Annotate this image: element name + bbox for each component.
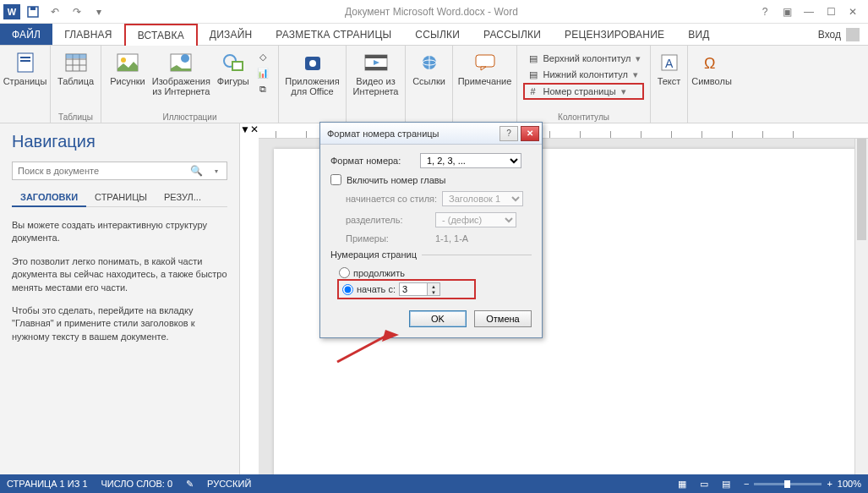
text-icon: A bbox=[658, 51, 681, 74]
include-chapter-label: Включить номер главы bbox=[347, 175, 446, 185]
header-icon: ▤ bbox=[527, 52, 540, 65]
tab-mailings[interactable]: РАССЫЛКИ bbox=[472, 24, 553, 45]
search-icon[interactable]: 🔍 bbox=[186, 165, 206, 177]
pages-icon bbox=[14, 51, 37, 74]
symbols-icon: Ω bbox=[700, 51, 723, 74]
shapes-icon bbox=[221, 51, 245, 74]
nav-tab-results[interactable]: РЕЗУЛ... bbox=[156, 189, 210, 206]
zoom-slider[interactable] bbox=[754, 483, 822, 485]
format-select[interactable]: 1, 2, 3, ... bbox=[420, 153, 521, 168]
online-pictures-button[interactable]: Изображения из Интернета bbox=[149, 47, 214, 98]
view-print-layout[interactable]: ▦ bbox=[678, 479, 686, 490]
view-read-mode[interactable]: ▭ bbox=[700, 479, 708, 490]
start-at-input[interactable] bbox=[400, 283, 427, 295]
status-proofing[interactable]: ✎ bbox=[186, 479, 194, 490]
text-button[interactable]: A Текст bbox=[651, 47, 688, 88]
video-icon bbox=[364, 51, 388, 74]
apps-button[interactable]: Приложения для Office bbox=[281, 47, 342, 98]
zoom-in[interactable]: + bbox=[827, 479, 832, 489]
login-label[interactable]: Вход bbox=[818, 29, 841, 41]
view-web-layout[interactable]: ▤ bbox=[722, 479, 730, 490]
avatar[interactable] bbox=[846, 28, 860, 41]
scrollbar-thumb[interactable] bbox=[857, 139, 866, 240]
nav-title: Навигация bbox=[12, 132, 227, 151]
nav-tab-headings[interactable]: ЗАГОЛОВКИ bbox=[12, 189, 86, 207]
pictures-icon bbox=[116, 51, 139, 74]
dialog-titlebar[interactable]: Формат номера страницы ? ✕ bbox=[320, 123, 542, 145]
spin-up[interactable]: ▲ bbox=[428, 283, 439, 289]
chart-button[interactable]: 📊 bbox=[253, 65, 273, 80]
tab-review[interactable]: РЕЦЕНЗИРОВАНИЕ bbox=[553, 24, 676, 45]
qat-customize[interactable]: ▾ bbox=[90, 3, 108, 21]
comment-icon bbox=[473, 51, 497, 74]
redo-button[interactable]: ↷ bbox=[68, 3, 86, 21]
svg-rect-2 bbox=[18, 53, 33, 72]
online-pictures-icon bbox=[169, 51, 193, 74]
dialog-help-button[interactable]: ? bbox=[500, 126, 518, 141]
header-button[interactable]: ▤Верхний колонтитул▾ bbox=[523, 51, 645, 66]
tab-insert[interactable]: ВСТАВКА bbox=[124, 24, 198, 46]
zoom-thumb[interactable] bbox=[784, 480, 790, 488]
tab-references[interactable]: ССЫЛКИ bbox=[403, 24, 472, 45]
tab-layout[interactable]: РАЗМЕТКА СТРАНИЦЫ bbox=[264, 24, 403, 45]
spin-down[interactable]: ▼ bbox=[428, 289, 439, 295]
vertical-scrollbar[interactable] bbox=[854, 139, 868, 474]
pictures-button[interactable]: Рисунки bbox=[106, 47, 149, 98]
ribbon: Страницы Таблица Таблицы Рисунки Изображ… bbox=[0, 46, 868, 123]
footer-button[interactable]: ▤Нижний колонтитул▾ bbox=[523, 67, 645, 82]
svg-text:Ω: Ω bbox=[704, 55, 715, 72]
page-number-icon: # bbox=[527, 85, 540, 98]
chapter-style-select: Заголовок 1 bbox=[442, 191, 523, 206]
help-button[interactable]: ? bbox=[755, 3, 775, 20]
pane-options[interactable]: ▼ bbox=[240, 123, 250, 474]
links-button[interactable]: Ссылки bbox=[409, 47, 449, 88]
comment-button[interactable]: Примечание bbox=[455, 47, 516, 88]
symbols-button[interactable]: Ω Символы bbox=[688, 47, 735, 88]
nav-body: Вы можете создать интерактивную структур… bbox=[12, 219, 227, 353]
quick-access-toolbar: W ↶ ↷ ▾ bbox=[0, 3, 108, 21]
undo-button[interactable]: ↶ bbox=[46, 3, 64, 21]
search-dropdown[interactable]: ▾ bbox=[206, 167, 227, 175]
cancel-button[interactable]: Отмена bbox=[474, 310, 532, 327]
svg-point-18 bbox=[309, 60, 316, 67]
start-at-radio[interactable] bbox=[342, 284, 353, 295]
tab-home[interactable]: ГЛАВНАЯ bbox=[52, 24, 123, 45]
zoom-out[interactable]: − bbox=[744, 479, 749, 489]
pane-close[interactable]: ✕ bbox=[250, 123, 259, 474]
tab-view[interactable]: ВИД bbox=[676, 24, 721, 45]
separator-select: - (дефис) bbox=[435, 212, 516, 227]
table-button[interactable]: Таблица bbox=[54, 47, 97, 88]
navigation-pane: Навигация 🔍 ▾ ЗАГОЛОВКИ СТРАНИЦЫ РЕЗУЛ..… bbox=[0, 123, 240, 474]
table-icon bbox=[64, 51, 88, 74]
tab-file[interactable]: ФАЙЛ bbox=[0, 24, 52, 45]
dialog-close-button[interactable]: ✕ bbox=[521, 126, 539, 141]
svg-rect-16 bbox=[232, 62, 243, 70]
close-button[interactable]: ✕ bbox=[843, 3, 863, 20]
tab-design[interactable]: ДИЗАЙН bbox=[198, 24, 265, 45]
screenshot-button[interactable]: ⧉ bbox=[253, 81, 273, 96]
status-page[interactable]: СТРАНИЦА 1 ИЗ 1 bbox=[7, 479, 88, 489]
titlebar: W ↶ ↷ ▾ Документ Microsoft Word.docx - W… bbox=[0, 0, 868, 24]
maximize-button[interactable]: ☐ bbox=[821, 3, 841, 20]
zoom-level[interactable]: 100% bbox=[838, 479, 861, 489]
ribbon-tabs: ФАЙЛ ГЛАВНАЯ ВСТАВКА ДИЗАЙН РАЗМЕТКА СТР… bbox=[0, 24, 868, 46]
search-input[interactable] bbox=[13, 162, 186, 179]
minimize-button[interactable]: — bbox=[799, 3, 819, 20]
continue-radio[interactable] bbox=[339, 267, 350, 278]
smartart-button[interactable]: ◇ bbox=[253, 49, 273, 64]
svg-point-14 bbox=[181, 54, 189, 63]
include-chapter-checkbox[interactable] bbox=[330, 174, 341, 185]
statusbar: СТРАНИЦА 1 ИЗ 1 ЧИСЛО СЛОВ: 0 ✎ РУССКИЙ … bbox=[0, 474, 868, 493]
status-words[interactable]: ЧИСЛО СЛОВ: 0 bbox=[101, 479, 173, 489]
nav-tab-pages[interactable]: СТРАНИЦЫ bbox=[86, 189, 156, 206]
shapes-button[interactable]: Фигуры bbox=[214, 47, 253, 98]
svg-rect-4 bbox=[20, 60, 30, 62]
video-button[interactable]: Видео из Интернета bbox=[350, 47, 402, 98]
start-at-spinner: ▲▼ bbox=[399, 282, 440, 296]
status-language[interactable]: РУССКИЙ bbox=[207, 479, 251, 489]
save-button[interactable] bbox=[24, 3, 42, 21]
page-number-button[interactable]: #Номер страницы▾ bbox=[523, 83, 645, 100]
ok-button[interactable]: OK bbox=[409, 310, 467, 327]
pages-button[interactable]: Страницы bbox=[0, 47, 50, 88]
ribbon-display-button[interactable]: ▣ bbox=[777, 3, 797, 20]
